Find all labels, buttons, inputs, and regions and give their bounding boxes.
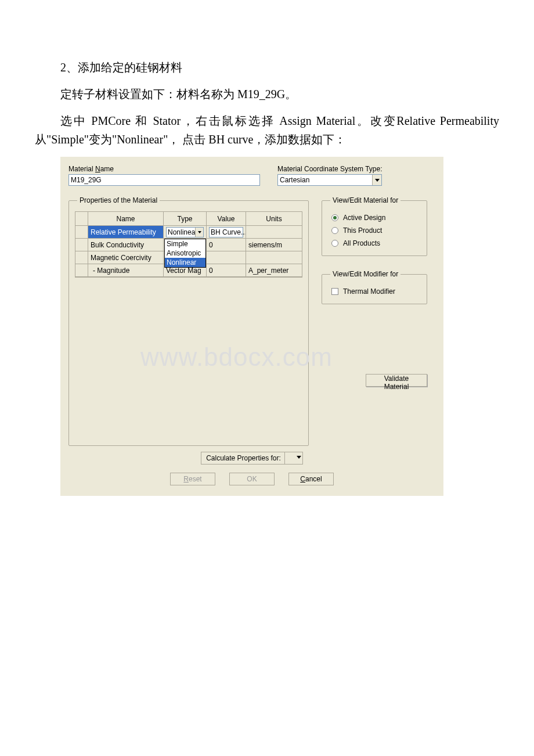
col-name-header: Name xyxy=(88,212,164,226)
chevron-down-icon xyxy=(195,228,203,237)
cell-value[interactable]: 0 xyxy=(207,264,246,277)
row-gutter xyxy=(75,239,88,251)
view-edit-modifier-legend: View/Edit Modifier for xyxy=(330,270,400,278)
coord-system-field: Material Coordinate System Type: Cartesi… xyxy=(277,165,435,186)
cell-name: Relative Permeability xyxy=(88,226,164,239)
properties-table: Name Type Value Units Relative Permeabil… xyxy=(75,211,302,278)
row-header-gutter xyxy=(75,212,88,226)
calculate-properties-label: Calculate Properties for: xyxy=(201,454,284,462)
thermal-modifier-check[interactable]: Thermal Modifier xyxy=(328,285,421,298)
cell-name: Magnetic Coercivity xyxy=(88,251,164,264)
type-option-nonlinear[interactable]: Nonlinear xyxy=(165,258,205,267)
calculate-properties-combo[interactable]: Calculate Properties for: xyxy=(201,452,303,465)
cell-units: A_per_meter xyxy=(246,264,302,277)
reset-button[interactable]: Reset xyxy=(170,473,215,485)
validate-material-button[interactable]: Validate Material xyxy=(366,374,427,387)
doc-para-1: 2、添加给定的硅钢材料 xyxy=(35,58,499,77)
radio-label: Active Design xyxy=(343,214,385,222)
type-option-simple[interactable]: Simple xyxy=(165,239,205,249)
coord-system-value: Cartesian xyxy=(280,176,309,184)
chevron-down-icon xyxy=(372,175,381,185)
material-name-label: Material Name xyxy=(68,165,260,173)
material-name-input[interactable] xyxy=(68,174,260,186)
chevron-down-icon xyxy=(285,452,302,464)
cell-value[interactable] xyxy=(207,251,246,264)
col-units-header: Units xyxy=(246,212,302,226)
material-dialog: www.bdocx.com Material Name Material Coo… xyxy=(60,157,443,496)
radio-this-product[interactable]: This Product xyxy=(328,224,421,237)
cell-name: - Magnitude xyxy=(88,264,164,277)
radio-icon xyxy=(331,214,338,221)
properties-fieldset: Properties of the Material Name Type Val… xyxy=(68,196,309,446)
cell-units xyxy=(246,226,302,239)
ok-button[interactable]: OK xyxy=(229,473,275,485)
cell-units xyxy=(246,251,302,264)
row-gutter xyxy=(75,251,88,264)
view-edit-material-legend: View/Edit Material for xyxy=(330,196,400,204)
col-value-header: Value xyxy=(207,212,246,226)
radio-label: All Products xyxy=(343,239,380,247)
radio-active-design[interactable]: Active Design xyxy=(328,211,421,224)
properties-legend: Properties of the Material xyxy=(77,196,160,204)
cell-type[interactable]: Nonlinea xyxy=(164,226,207,239)
radio-all-products[interactable]: All Products xyxy=(328,237,421,250)
cell-name: Bulk Conductivity xyxy=(88,239,164,251)
radio-icon xyxy=(331,227,338,234)
view-edit-material-fieldset: View/Edit Material for Active Design Thi… xyxy=(322,196,427,256)
cancel-button[interactable]: Cancel xyxy=(288,473,334,485)
radio-icon xyxy=(331,240,338,247)
view-edit-modifier-fieldset: View/Edit Modifier for Thermal Modifier xyxy=(322,270,427,304)
cell-value-bhcurve[interactable]: BH Curve... xyxy=(207,226,246,239)
col-type-header: Type xyxy=(164,212,207,226)
checkbox-label: Thermal Modifier xyxy=(343,287,395,296)
checkbox-icon xyxy=(331,288,338,295)
row-gutter xyxy=(75,264,88,277)
cell-value[interactable]: 0 xyxy=(207,239,246,251)
type-option-anisotropic[interactable]: Anisotropic xyxy=(165,249,205,258)
doc-para-3: 选中 PMCore 和 Stator，右击鼠标选择 Assign Materia… xyxy=(35,111,499,149)
radio-label: This Product xyxy=(343,226,382,235)
coord-system-label: Material Coordinate System Type: xyxy=(277,165,435,173)
table-header: Name Type Value Units xyxy=(75,212,302,226)
coord-system-combo[interactable]: Cartesian xyxy=(277,174,382,186)
type-dropdown[interactable]: Simple Anisotropic Nonlinear xyxy=(164,239,206,268)
material-name-field: Material Name xyxy=(68,165,260,186)
table-row[interactable]: Relative Permeability Nonlinea BH Curve.… xyxy=(75,226,302,239)
cell-units: siemens/m xyxy=(246,239,302,251)
row-gutter xyxy=(75,226,88,239)
doc-para-2: 定转子材料设置如下：材料名称为 M19_29G。 xyxy=(35,85,499,103)
